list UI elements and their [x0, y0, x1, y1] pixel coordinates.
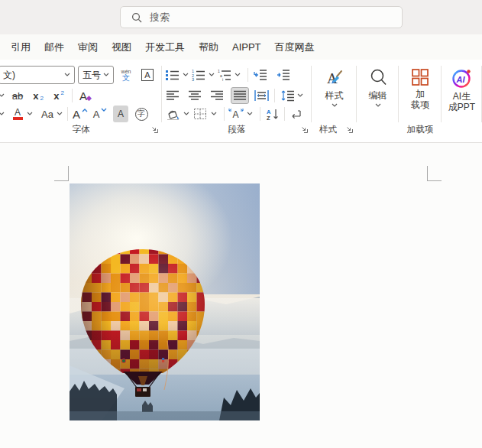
justify-button[interactable] — [231, 87, 249, 104]
svg-text:3: 3 — [192, 77, 194, 81]
distribute-text-icon — [254, 89, 269, 102]
svg-text:A: A — [233, 109, 239, 120]
paragraph-group-label: 段落 — [162, 124, 312, 135]
change-case-button[interactable]: Aa — [40, 106, 55, 122]
text-effects-button[interactable]: A◆ — [78, 87, 93, 104]
chevron-down-icon[interactable] — [209, 73, 215, 77]
font-color-button[interactable]: A — [10, 106, 25, 122]
line-spacing-button[interactable] — [280, 87, 296, 104]
editing-button[interactable]: 编辑 — [357, 60, 399, 142]
styles-dialog-launcher-icon[interactable] — [345, 125, 354, 134]
chevron-down-icon[interactable] — [211, 112, 217, 116]
borders-grid-icon — [193, 108, 207, 120]
line-spacing-icon — [281, 89, 295, 102]
align-center-button[interactable] — [187, 87, 202, 104]
chevron-down-icon[interactable] — [247, 112, 253, 116]
chevron-down-icon[interactable] — [235, 73, 241, 77]
chevron-down-icon[interactable] — [183, 73, 189, 77]
paint-bucket-icon — [166, 108, 180, 121]
chevron-down-icon[interactable] — [57, 112, 63, 116]
chevron-down-icon[interactable] — [183, 112, 189, 116]
increase-indent-button[interactable] — [276, 67, 291, 83]
strikethrough-button[interactable]: ab — [10, 87, 25, 104]
tab-view[interactable]: 视图 — [112, 41, 131, 54]
caret-down-icon — [101, 108, 107, 112]
svg-text:Z: Z — [267, 115, 270, 121]
addins-group-label: 加载项 — [399, 124, 442, 135]
highlight-dropdown-partial[interactable] — [0, 106, 5, 122]
decrease-indent-button[interactable] — [253, 67, 268, 83]
tab-references[interactable]: 引用 — [11, 41, 31, 54]
search-placeholder: 搜索 — [150, 11, 170, 24]
align-right-button[interactable] — [209, 87, 225, 104]
margin-crop-mark-left — [54, 166, 69, 181]
font-name-combobox[interactable]: 文) — [0, 66, 75, 84]
paragraph-group: 123 1ai — [162, 60, 312, 142]
search-box[interactable]: 搜索 — [120, 6, 403, 28]
margin-crop-mark-right — [427, 166, 442, 181]
shading-button[interactable] — [165, 106, 180, 122]
bullet-list-icon — [166, 69, 180, 81]
title-bar: 搜索 — [0, 0, 482, 34]
addins-group: 加载项 加载项 — [399, 60, 442, 142]
balloon-basket — [135, 387, 150, 397]
effects-diamond-icon: ◆ — [86, 94, 92, 102]
rope-flag-red — [162, 360, 164, 362]
document-canvas[interactable] — [0, 144, 482, 448]
balloon-logo-dot — [121, 359, 125, 362]
underline-dropdown-partial[interactable] — [0, 87, 5, 104]
character-border-button[interactable]: A — [140, 67, 155, 83]
align-right-icon — [211, 90, 224, 101]
tab-baidu-netdisk[interactable]: 百度网盘 — [275, 41, 315, 54]
sort-button[interactable]: A Z — [264, 106, 280, 122]
character-shading-button[interactable]: A — [113, 106, 128, 122]
borders-button[interactable] — [192, 106, 208, 122]
increase-indent-icon — [277, 69, 290, 81]
chevron-down-icon — [0, 112, 5, 116]
sort-az-icon: A Z — [266, 108, 279, 121]
distribute-text-button[interactable] — [254, 87, 269, 104]
paragraph-marks-icon — [291, 109, 303, 119]
tab-mailings[interactable]: 邮件 — [44, 41, 64, 54]
ai-generate-ppt-button[interactable]: AI AI生成PPT — [442, 60, 482, 142]
paragraph-dialog-launcher-icon[interactable] — [300, 125, 309, 134]
superscript-button[interactable]: x2 — [51, 87, 66, 104]
grow-font-button[interactable]: A — [73, 106, 88, 122]
phonetic-guide-button[interactable]: wén 文 — [118, 67, 134, 83]
ribbon-tab-row: 引用 邮件 审阅 视图 开发工具 帮助 AIPPT 百度网盘 — [0, 34, 482, 60]
styles-group: A 样式 样式 — [312, 60, 357, 142]
basket-red-patch — [137, 388, 141, 391]
chevron-down-icon — [103, 73, 109, 77]
justify-icon — [234, 90, 247, 101]
svg-text:i: i — [222, 77, 223, 81]
chevron-down-icon — [0, 93, 5, 98]
shrink-font-button[interactable]: A — [92, 106, 108, 122]
multilevel-list-button[interactable]: 1ai — [217, 67, 232, 83]
align-left-icon — [167, 90, 180, 101]
font-dialog-launcher-icon[interactable] — [150, 125, 159, 134]
enclose-characters-button[interactable]: 字 — [134, 106, 149, 122]
show-hide-marks-button[interactable] — [290, 106, 305, 122]
tab-review[interactable]: 审阅 — [78, 41, 98, 54]
font-group-label: 字体 — [0, 124, 162, 135]
basket-light-patch — [143, 388, 147, 391]
bottom-haze — [70, 411, 260, 420]
font-size-combobox[interactable]: 五号 — [78, 66, 114, 84]
word-window: 搜索 引用 邮件 审阅 视图 开发工具 帮助 AIPPT 百度网盘 文) 五号 — [0, 0, 482, 448]
magnifier-icon — [368, 68, 388, 88]
numbered-list-button[interactable]: 123 — [191, 67, 206, 83]
tab-aippt[interactable]: AIPPT — [232, 41, 261, 53]
tab-developer[interactable]: 开发工具 — [145, 41, 185, 54]
asian-layout-icon: A — [228, 108, 244, 120]
tab-help[interactable]: 帮助 — [199, 41, 218, 54]
bullet-list-button[interactable] — [165, 67, 180, 83]
balloon-photo[interactable] — [70, 183, 260, 420]
align-left-button[interactable] — [165, 87, 180, 104]
subscript-button[interactable]: x2 — [31, 87, 46, 104]
svg-text:AI: AI — [456, 75, 466, 84]
addins-grid-icon — [411, 68, 429, 86]
chevron-down-icon[interactable] — [27, 112, 33, 116]
asian-layout-button[interactable]: A — [228, 106, 244, 122]
chevron-down-icon[interactable] — [297, 93, 303, 98]
rope-flag-blue — [162, 358, 164, 360]
